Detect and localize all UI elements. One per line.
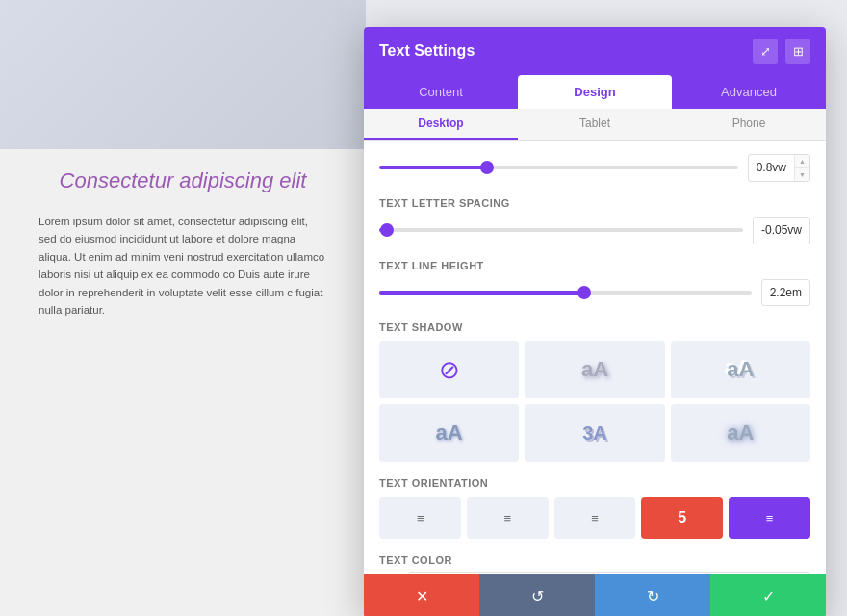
text-size-slider-row: 0.8vw ▲ ▼ xyxy=(379,154,810,182)
text-size-thumb[interactable] xyxy=(480,161,494,174)
text-size-arrows: ▲ ▼ xyxy=(794,155,809,181)
shadow-option-4[interactable]: 3A xyxy=(525,404,664,462)
shadow-grid: ⊘ aA aA aA 3A a xyxy=(379,341,810,462)
text-orientation-label: Text Orientation xyxy=(379,477,810,489)
tab-content[interactable]: Content xyxy=(364,75,518,109)
line-height-label: Text Line Height xyxy=(379,260,810,271)
tab-design[interactable]: Design xyxy=(518,75,672,109)
shadow-option-2[interactable]: aA xyxy=(671,341,810,398)
confirm-icon: ✓ xyxy=(762,587,775,605)
orient-number-5: 5 xyxy=(678,509,686,526)
sub-tabs: Desktop Tablet Phone xyxy=(364,109,826,141)
text-orientation-section: Text Orientation ≡ ≡ ≡ 5 ≡ xyxy=(379,477,810,539)
modal-footer: ✕ ↺ ↻ ✓ xyxy=(364,574,826,616)
main-tabs: Content Design Advanced xyxy=(364,75,826,109)
text-size-fill xyxy=(379,166,487,169)
line-height-track[interactable] xyxy=(379,291,752,295)
modal-content: 0.8vw ▲ ▼ Text Letter Spacing -0.05vw xyxy=(364,141,826,574)
line-height-slider-row: 2.2em xyxy=(379,279,810,307)
text-shadow-section: Text Shadow ⊘ aA aA aA xyxy=(379,321,810,462)
text-size-value: 0.8vw xyxy=(749,155,794,181)
orient-option-5[interactable]: ≡ xyxy=(729,497,810,539)
left-panel: Consectetur adipiscing elit Lorem ipsum … xyxy=(0,0,366,616)
confirm-button[interactable]: ✓ xyxy=(710,574,826,616)
orient-icon-3: ≡ xyxy=(591,511,599,526)
line-height-thumb[interactable] xyxy=(578,286,591,299)
refresh-icon: ↻ xyxy=(647,587,659,605)
text-color-label: Text Color xyxy=(379,554,810,566)
modal-header: Text Settings ⤢ ⊞ xyxy=(364,27,826,75)
shadow-option-3[interactable]: aA xyxy=(379,404,519,462)
orient-icon-1: ≡ xyxy=(417,511,424,526)
letter-spacing-slider-row: -0.05vw xyxy=(379,217,810,244)
expand-icon-btn[interactable]: ⤢ xyxy=(753,38,778,64)
sub-tab-desktop[interactable]: Desktop xyxy=(364,109,518,140)
letter-spacing-track[interactable] xyxy=(379,228,743,232)
shadow-text-1: aA xyxy=(581,357,608,382)
orient-icon-2: ≡ xyxy=(503,511,511,526)
orient-option-3[interactable]: ≡ xyxy=(554,497,636,539)
refresh-button[interactable]: ↻ xyxy=(595,574,710,616)
preview-top-image xyxy=(0,0,366,149)
shadow-option-5[interactable]: aA xyxy=(671,404,810,462)
letter-spacing-thumb[interactable] xyxy=(380,223,394,237)
letter-spacing-input-box: -0.05vw xyxy=(753,217,810,244)
orientation-row: ≡ ≡ ≡ 5 ≡ xyxy=(379,497,810,539)
shadow-text-3: aA xyxy=(436,421,463,446)
text-color-section: Text Color 6 Dark ▼ xyxy=(379,554,810,574)
line-height-fill xyxy=(379,291,584,295)
line-height-section: Text Line Height 2.2em xyxy=(379,260,810,307)
shadow-none[interactable]: ⊘ xyxy=(379,341,519,398)
letter-spacing-section: Text Letter Spacing -0.05vw xyxy=(379,197,810,244)
line-height-input-box: 2.2em xyxy=(761,279,810,307)
text-settings-modal: Text Settings ⤢ ⊞ Content Design Advance… xyxy=(364,27,826,616)
text-size-track[interactable] xyxy=(379,166,738,169)
header-icons: ⤢ ⊞ xyxy=(753,38,810,64)
cancel-button[interactable]: ✕ xyxy=(364,574,479,616)
letter-spacing-value: -0.05vw xyxy=(754,218,809,244)
preview-title: Consectetur adipiscing elit xyxy=(0,149,366,205)
text-size-up[interactable]: ▲ xyxy=(795,155,809,168)
reset-button[interactable]: ↺ xyxy=(479,574,595,616)
text-size-input-box: 0.8vw ▲ ▼ xyxy=(748,154,810,182)
preview-lorem: Lorem ipsum dolor sit amet, consectetur … xyxy=(0,205,366,326)
cancel-icon: ✕ xyxy=(416,587,428,605)
text-size-down[interactable]: ▼ xyxy=(795,168,809,181)
modal-title: Text Settings xyxy=(379,42,475,60)
shadow-option-1[interactable]: aA xyxy=(525,341,664,398)
reset-icon: ↺ xyxy=(531,587,544,605)
sub-tab-phone[interactable]: Phone xyxy=(672,109,826,140)
shadow-text-5: aA xyxy=(727,421,754,446)
orient-icon-5: ≡ xyxy=(766,511,774,526)
line-height-value: 2.2em xyxy=(762,280,809,306)
grid-icon-btn[interactable]: ⊞ xyxy=(785,38,810,64)
letter-spacing-label: Text Letter Spacing xyxy=(379,197,810,209)
shadow-text-4: 3A xyxy=(582,423,607,445)
orient-option-2[interactable]: ≡ xyxy=(467,497,549,539)
sub-tab-tablet[interactable]: Tablet xyxy=(518,109,672,140)
orient-option-1[interactable]: ≡ xyxy=(379,497,461,539)
orient-option-4[interactable]: 5 xyxy=(641,497,723,539)
no-shadow-icon: ⊘ xyxy=(439,355,460,385)
shadow-text-2: aA xyxy=(727,357,754,382)
text-shadow-label: Text Shadow xyxy=(379,321,810,333)
text-size-section: 0.8vw ▲ ▼ xyxy=(379,154,810,182)
tab-advanced[interactable]: Advanced xyxy=(672,75,826,109)
